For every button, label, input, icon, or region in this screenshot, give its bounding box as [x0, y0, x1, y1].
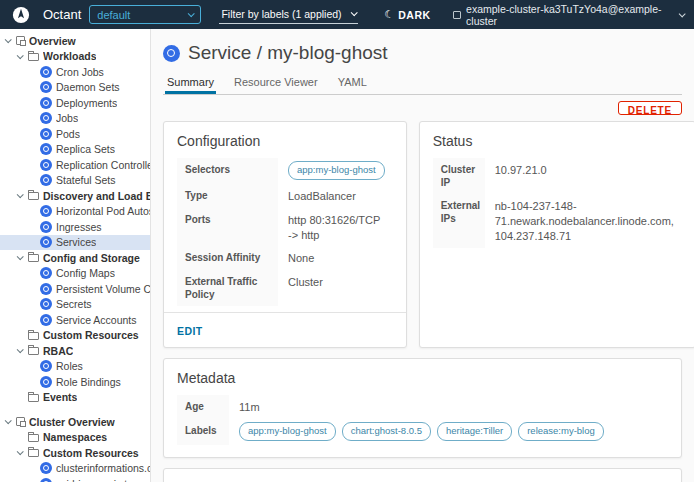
sidebar-item-label: Services — [56, 236, 96, 248]
sidebar-item-custom-resources[interactable]: Custom Resources — [0, 328, 150, 344]
k8s-resource-icon — [40, 236, 52, 248]
sidebar-item-clusterinformations-crd-projec[interactable]: clusterinformations.crd.projec — [0, 461, 150, 477]
cluster-icon — [453, 11, 461, 19]
sidebar-item-label: Discovery and Load Balancing — [43, 190, 150, 202]
sidebar-item-discovery-and-load-balancing[interactable]: Discovery and Load Balancing — [0, 188, 150, 204]
sidebar-item-label: Jobs — [56, 112, 78, 124]
sidebar-item-label: Stateful Sets — [56, 174, 116, 186]
k8s-resource-icon — [40, 298, 52, 310]
sidebar-item-role-bindings[interactable]: Role Bindings — [0, 374, 150, 390]
k8s-resource-icon — [40, 174, 52, 186]
sidebar-item-stateful-sets[interactable]: Stateful Sets — [0, 173, 150, 189]
chevron-down-icon — [679, 10, 686, 17]
sidebar-item-label: Daemon Sets — [56, 81, 120, 93]
sidebar-item-label: Role Bindings — [56, 376, 121, 388]
field-label: Ports — [177, 208, 278, 247]
sidebar-item-deployments[interactable]: Deployments — [0, 95, 150, 111]
sidebar-item-rbac[interactable]: RBAC — [0, 343, 150, 359]
sidebar-item-label: RBAC — [43, 345, 73, 357]
k8s-resource-icon — [40, 478, 52, 482]
sidebar-item-persistent-volume-claims[interactable]: Persistent Volume Claims — [0, 281, 150, 297]
sidebar-item-config-and-storage[interactable]: Config and Storage — [0, 250, 150, 266]
label-chip[interactable]: chart:ghost-8.0.5 — [342, 422, 431, 441]
edit-link[interactable]: EDIT — [177, 325, 203, 337]
chevron-down-icon — [17, 192, 24, 199]
label-chip[interactable]: app:my-blog-ghost — [239, 422, 336, 441]
field-value: 11m — [229, 395, 668, 419]
folder-icon — [28, 332, 39, 340]
sidebar-item-cron-jobs[interactable]: Cron Jobs — [0, 64, 150, 80]
k8s-resource-icon — [40, 159, 52, 171]
field-label: Session Affinity — [177, 246, 278, 270]
sidebar-item-label: Cluster Overview — [29, 416, 115, 428]
folder-icon — [28, 434, 39, 442]
sidebar-item-daemon-sets[interactable]: Daemon Sets — [0, 80, 150, 96]
sidebar-item-jobs[interactable]: Jobs — [0, 111, 150, 127]
chevron-down-icon — [188, 10, 195, 17]
sidebar-item-roles[interactable]: Roles — [0, 359, 150, 375]
configuration-kv-table: Selectorsapp:my-blog-ghostTypeLoadBalanc… — [177, 158, 393, 306]
field-label: Age — [177, 395, 229, 419]
sidebar-item-label: Cron Jobs — [56, 66, 104, 78]
label-filter-input[interactable]: Filter by labels (1 applied) — [219, 6, 358, 24]
moon-icon: ☾ — [384, 8, 394, 21]
metadata-card-title: Metadata — [164, 359, 681, 395]
sidebar-item-label: Config and Storage — [43, 252, 140, 264]
sidebar-item-label: Ingresses — [56, 221, 102, 233]
app-title: Octant — [43, 7, 81, 22]
k8s-resource-icon — [40, 462, 52, 474]
tab-bar: SummaryResource ViewerYAML — [163, 74, 682, 95]
tab-resource-viewer[interactable]: Resource Viewer — [232, 74, 320, 94]
chevron-down-icon — [17, 347, 24, 354]
sidebar-item-events[interactable]: Events — [0, 390, 150, 406]
sidebar-item-secrets[interactable]: Secrets — [0, 297, 150, 313]
sidebar-item-custom-resources[interactable]: Custom Resources — [0, 445, 150, 461]
field-value: http 80:31626/TCP -> http — [278, 208, 393, 247]
tab-summary[interactable]: Summary — [165, 74, 216, 94]
theme-toggle-label: DARK — [398, 9, 430, 21]
folder-icon — [28, 192, 39, 200]
configuration-card-title: Configuration — [164, 122, 406, 158]
sidebar-item-label: Replication Controllers — [56, 159, 150, 171]
chevron-down-icon — [17, 254, 24, 261]
chevron-down-icon — [351, 9, 358, 16]
sidebar-item-label: Replica Sets — [56, 143, 115, 155]
cluster-context-select[interactable]: example-cluster-ka3TuTzYo4a@example-clus… — [453, 3, 684, 27]
sidebar-item-cluster-overview[interactable]: Cluster Overview — [0, 414, 150, 430]
namespace-select[interactable]: default — [89, 5, 201, 24]
sidebar-item-replication-controllers[interactable]: Replication Controllers — [0, 157, 150, 173]
sidebar-item-pods[interactable]: Pods — [0, 126, 150, 142]
sidebar-item-services[interactable]: Services — [0, 235, 150, 251]
folder-icon — [28, 254, 39, 262]
theme-toggle-button[interactable]: ☾ DARK — [384, 8, 430, 21]
label-chip[interactable]: release:my-blog — [518, 422, 604, 441]
sidebar-item-namespaces[interactable]: Namespaces — [0, 430, 150, 446]
sidebar-item-label: Deployments — [56, 97, 117, 109]
sidebar-item-config-maps[interactable]: Config Maps — [0, 266, 150, 282]
sidebar-item-ingresses[interactable]: Ingresses — [0, 219, 150, 235]
k8s-resource-icon — [40, 221, 52, 233]
field-label: External Traffic Policy — [177, 270, 278, 306]
main-content: Service / my-blog-ghost SummaryResource … — [151, 29, 694, 482]
sidebar-item-horizontal-pod-autoscalers[interactable]: Horizontal Pod Autoscalers — [0, 204, 150, 220]
label-chip[interactable]: app:my-blog-ghost — [288, 161, 385, 180]
chevron-down-icon — [5, 37, 12, 44]
endpoints-card: Endpoints TargetIPNode Name my-blog-ghos… — [163, 468, 682, 482]
folder-icon — [28, 53, 39, 61]
service-resource-icon — [163, 45, 180, 62]
field-value: 10.97.21.0 — [485, 158, 682, 182]
sidebar-item-label: Pods — [56, 128, 80, 140]
tab-yaml[interactable]: YAML — [336, 74, 369, 94]
sidebar-item-overview[interactable]: Overview — [0, 33, 150, 49]
app-header: Octant default Filter by labels (1 appli… — [0, 0, 694, 29]
label-chip[interactable]: heritage:Tiller — [437, 422, 512, 441]
sidebar-item-service-accounts[interactable]: Service Accounts — [0, 312, 150, 328]
sidebar-item-replica-sets[interactable]: Replica Sets — [0, 142, 150, 158]
octant-logo-icon — [12, 6, 30, 24]
field-value: app:my-blog-ghostchart:ghost-8.0.5herita… — [229, 419, 668, 445]
sidebar-item-workloads[interactable]: Workloads — [0, 49, 150, 65]
field-label: Labels — [177, 419, 229, 445]
sidebar-item-label: csidrivers.csi.storage.k8s.io — [56, 478, 150, 482]
sidebar-item-csidrivers-csi-storage-k8s-io[interactable]: csidrivers.csi.storage.k8s.io — [0, 476, 150, 482]
delete-button[interactable]: DELETE — [618, 101, 682, 115]
